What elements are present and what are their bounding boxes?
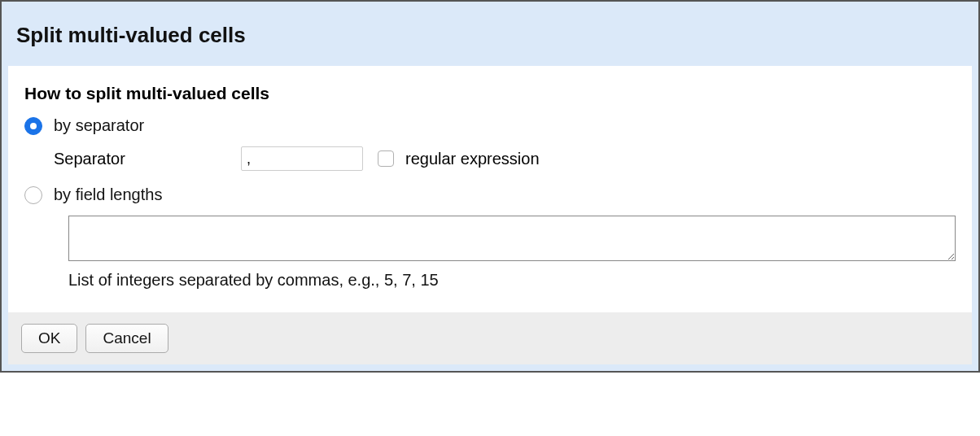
field-lengths-textarea[interactable] bbox=[68, 216, 956, 261]
dialog-title: Split multi-valued cells bbox=[8, 8, 972, 66]
dialog-footer: OK Cancel bbox=[8, 312, 972, 364]
regex-checkbox[interactable] bbox=[378, 150, 394, 167]
radio-by-separator[interactable] bbox=[24, 117, 42, 135]
field-lengths-section: List of integers separated by commas, e.… bbox=[68, 216, 956, 290]
separator-config-row: Separator regular expression bbox=[54, 146, 956, 171]
option-by-field-lengths: by field lengths bbox=[24, 185, 956, 204]
dialog-body: How to split multi-valued cells by separ… bbox=[8, 66, 972, 312]
option-by-separator: by separator bbox=[24, 116, 956, 135]
dialog-subheading: How to split multi-valued cells bbox=[24, 84, 956, 103]
radio-by-field-lengths[interactable] bbox=[24, 186, 42, 204]
split-cells-dialog: Split multi-valued cells How to split mu… bbox=[0, 0, 980, 373]
cancel-button[interactable]: Cancel bbox=[85, 324, 168, 353]
regex-checkbox-label: regular expression bbox=[405, 150, 540, 168]
separator-input[interactable] bbox=[241, 146, 363, 171]
ok-button[interactable]: OK bbox=[21, 324, 77, 353]
field-lengths-hint: List of integers separated by commas, e.… bbox=[68, 271, 956, 290]
separator-label: Separator bbox=[54, 150, 241, 168]
radio-by-field-lengths-label: by field lengths bbox=[54, 185, 162, 204]
radio-by-separator-label: by separator bbox=[54, 116, 144, 135]
